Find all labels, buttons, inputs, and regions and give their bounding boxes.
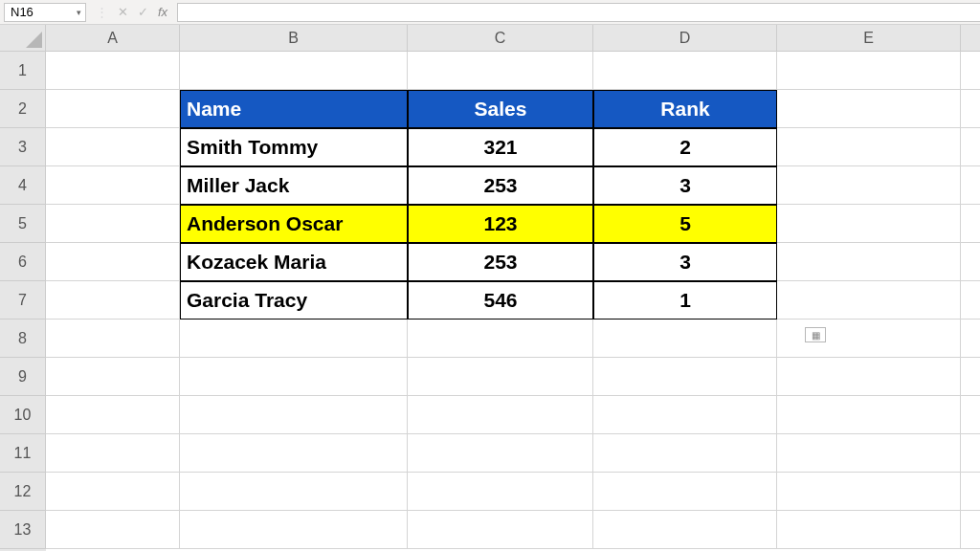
cell-A12[interactable] [46,473,180,511]
cell-C2-sales-header[interactable]: Sales [408,90,593,128]
cell-D11[interactable] [593,434,777,473]
row-header-5[interactable]: 5 [0,205,46,243]
cell-D1[interactable] [593,52,777,90]
cell-B12[interactable] [180,473,408,511]
cell-A13[interactable] [46,511,180,549]
name-box[interactable]: N16 ▾ [4,3,86,22]
cell-F4[interactable] [961,166,980,205]
cell-B7[interactable]: Garcia Tracy [180,281,408,320]
cell-B1[interactable] [180,52,408,90]
row-header-9[interactable]: 9 [0,358,46,396]
col-header-C[interactable]: C [408,25,593,52]
cell-A5[interactable] [46,205,180,243]
row-header-8[interactable]: 8 [0,320,46,358]
cell-D13[interactable] [593,511,777,549]
cell-A8[interactable] [46,320,180,358]
cell-D6[interactable]: 3 [593,243,777,281]
cell-F5[interactable] [961,205,980,243]
autofill-options-icon[interactable]: ▦ [805,327,826,342]
cell-D4[interactable]: 3 [593,166,777,205]
cell-B2-name-header[interactable]: Name [180,90,408,128]
col-header-D[interactable]: D [593,25,777,52]
dropdown-caret-icon[interactable]: ▾ [77,8,81,17]
cell-C8[interactable] [408,320,593,358]
row-header-4[interactable]: 4 [0,166,46,205]
cell-B9[interactable] [180,358,408,396]
cell-E3[interactable] [777,128,961,166]
cell-D2-rank-header[interactable]: Rank [593,90,777,128]
cell-B4[interactable]: Miller Jack [180,166,408,205]
row-header-3[interactable]: 3 [0,128,46,166]
cell-C11[interactable] [408,434,593,473]
cell-D5[interactable]: 5 [593,205,777,243]
cell-B10[interactable] [180,396,408,434]
row-header-13[interactable]: 13 [0,511,46,549]
cell-A1[interactable] [46,52,180,90]
cell-E10[interactable] [777,396,961,434]
cell-C13[interactable] [408,511,593,549]
confirm-icon[interactable]: ✓ [138,5,148,19]
cell-F13[interactable] [961,511,980,549]
cell-F8[interactable] [961,320,980,358]
cancel-icon[interactable]: ✕ [118,5,128,19]
cell-C12[interactable] [408,473,593,511]
cell-D12[interactable] [593,473,777,511]
col-header-E[interactable]: E [777,25,961,52]
cell-C10[interactable] [408,396,593,434]
cell-B5[interactable]: Anderson Oscar [180,205,408,243]
col-header-F[interactable] [961,25,980,52]
cell-B3[interactable]: Smith Tommy [180,128,408,166]
cell-F3[interactable] [961,128,980,166]
cell-F1[interactable] [961,52,980,90]
col-header-B[interactable]: B [180,25,408,52]
cell-F11[interactable] [961,434,980,473]
row-header-12[interactable]: 12 [0,473,46,511]
cell-E2[interactable] [777,90,961,128]
cell-C7[interactable]: 546 [408,281,593,320]
cell-F2[interactable] [961,90,980,128]
cell-E13[interactable] [777,511,961,549]
fx-icon[interactable]: fx [158,5,167,19]
cell-F7[interactable] [961,281,980,320]
cell-F6[interactable] [961,243,980,281]
cell-F9[interactable] [961,358,980,396]
cell-E7[interactable] [777,281,961,320]
cell-A6[interactable] [46,243,180,281]
cell-D3[interactable]: 2 [593,128,777,166]
row-header-2[interactable]: 2 [0,90,46,128]
cell-D10[interactable] [593,396,777,434]
cell-B6[interactable]: Kozacek Maria [180,243,408,281]
row-header-1[interactable]: 1 [0,52,46,90]
cell-A4[interactable] [46,166,180,205]
row-header-7[interactable]: 7 [0,281,46,320]
row-header-6[interactable]: 6 [0,243,46,281]
row-header-11[interactable]: 11 [0,434,46,473]
cell-A7[interactable] [46,281,180,320]
cell-E9[interactable] [777,358,961,396]
cell-E5[interactable] [777,205,961,243]
cell-C5[interactable]: 123 [408,205,593,243]
cell-C6[interactable]: 253 [408,243,593,281]
cell-E12[interactable] [777,473,961,511]
col-header-A[interactable]: A [46,25,180,52]
formula-input[interactable] [177,3,980,22]
cell-C3[interactable]: 321 [408,128,593,166]
cell-D7[interactable]: 1 [593,281,777,320]
cell-A9[interactable] [46,358,180,396]
cell-B13[interactable] [180,511,408,549]
cell-A3[interactable] [46,128,180,166]
cell-E1[interactable] [777,52,961,90]
cell-B11[interactable] [180,434,408,473]
cell-F10[interactable] [961,396,980,434]
cell-C4[interactable]: 253 [408,166,593,205]
select-all-corner[interactable] [0,25,46,52]
cell-A10[interactable] [46,396,180,434]
cell-A2[interactable] [46,90,180,128]
cell-A11[interactable] [46,434,180,473]
cell-B8[interactable] [180,320,408,358]
cell-C9[interactable] [408,358,593,396]
cell-E11[interactable] [777,434,961,473]
cell-F12[interactable] [961,473,980,511]
cell-D9[interactable] [593,358,777,396]
cell-D8[interactable] [593,320,777,358]
